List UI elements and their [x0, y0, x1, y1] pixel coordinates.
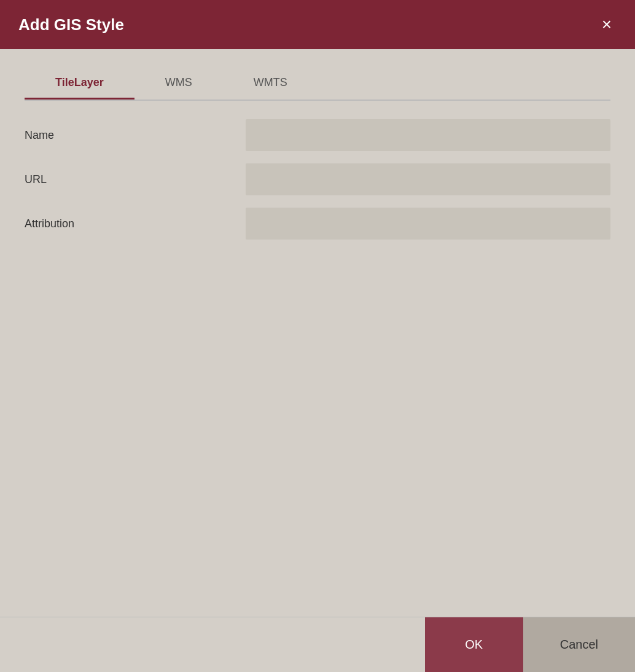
name-input[interactable] — [246, 119, 610, 151]
tab-wmts[interactable]: WMTS — [223, 68, 318, 100]
url-label: URL — [25, 173, 233, 186]
name-row: Name — [25, 119, 610, 151]
tab-wms[interactable]: WMS — [134, 68, 223, 100]
name-label: Name — [25, 129, 233, 142]
dialog-header: Add GIS Style × — [0, 0, 635, 49]
attribution-label: Attribution — [25, 217, 233, 230]
add-gis-style-dialog: Add GIS Style × TileLayer WMS WMTS Name … — [0, 0, 635, 672]
dialog-body: TileLayer WMS WMTS Name URL Attribution — [0, 49, 635, 617]
tab-tilelayer[interactable]: TileLayer — [25, 68, 134, 100]
dialog-overlay: Add GIS Style × TileLayer WMS WMTS Name … — [0, 0, 635, 672]
tabs-container: TileLayer WMS WMTS — [25, 68, 610, 101]
dialog-footer: OK Cancel — [0, 617, 635, 672]
dialog-title: Add GIS Style — [18, 15, 124, 34]
ok-button[interactable]: OK — [425, 617, 523, 673]
attribution-row: Attribution — [25, 208, 610, 240]
cancel-button[interactable]: Cancel — [523, 617, 635, 673]
url-input[interactable] — [246, 163, 610, 195]
form-body: Name URL Attribution — [25, 119, 610, 240]
url-row: URL — [25, 163, 610, 195]
attribution-input[interactable] — [246, 208, 610, 240]
close-button[interactable]: × — [597, 14, 617, 36]
